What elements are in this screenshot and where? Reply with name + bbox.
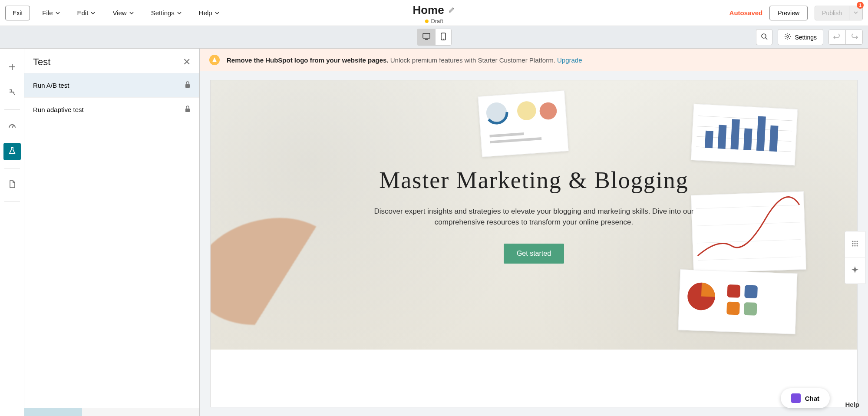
autosaved-indicator: Autosaved bbox=[729, 9, 763, 17]
svg-rect-28 bbox=[727, 284, 741, 298]
publish-button[interactable]: Publish bbox=[815, 6, 849, 20]
publish-group: Publish bbox=[815, 6, 863, 20]
svg-point-33 bbox=[855, 241, 856, 242]
warning-icon bbox=[209, 55, 220, 65]
menu-settings[interactable]: Settings bbox=[151, 9, 182, 17]
svg-point-34 bbox=[857, 241, 858, 242]
mobile-icon bbox=[441, 33, 446, 42]
svg-point-32 bbox=[852, 241, 854, 242]
toolbar-right-tools: Settings bbox=[756, 29, 863, 45]
banner-upgrade-link[interactable]: Upgrade bbox=[557, 56, 582, 64]
svg-rect-22 bbox=[769, 125, 779, 152]
rail-contents[interactable] bbox=[3, 84, 21, 102]
status-dot-icon bbox=[425, 20, 428, 23]
hero-section: Master Marketing & Blogging Discover exp… bbox=[211, 80, 857, 350]
sparkle-icon bbox=[851, 265, 859, 276]
exit-button[interactable]: Exit bbox=[5, 6, 30, 20]
page-preview: Master Marketing & Blogging Discover exp… bbox=[210, 80, 858, 407]
test-option-ab[interactable]: Run A/B test bbox=[24, 73, 199, 97]
menu-file[interactable]: File bbox=[42, 9, 59, 17]
device-toggle-group bbox=[417, 29, 452, 46]
chevron-down-icon bbox=[854, 10, 858, 16]
redo-button[interactable] bbox=[845, 30, 862, 44]
undo-redo-group bbox=[828, 30, 863, 45]
panel-bottom-scrollbar[interactable] bbox=[24, 408, 199, 416]
svg-rect-17 bbox=[705, 131, 713, 149]
test-option-adaptive[interactable]: Run adaptive test bbox=[24, 97, 199, 122]
test-option-label: Run A/B test bbox=[33, 82, 69, 89]
menu-edit[interactable]: Edit bbox=[77, 9, 96, 17]
device-toolbar: Settings bbox=[0, 26, 868, 49]
chat-widget[interactable]: Chat bbox=[781, 388, 830, 408]
gear-icon bbox=[784, 33, 791, 41]
search-button[interactable] bbox=[756, 29, 772, 45]
svg-point-9 bbox=[517, 101, 537, 121]
svg-point-37 bbox=[857, 243, 858, 244]
help-widget[interactable]: Help bbox=[845, 401, 859, 408]
chevron-down-icon bbox=[215, 9, 219, 17]
rail-divider bbox=[4, 109, 20, 110]
menu-edit-label: Edit bbox=[77, 9, 89, 17]
rail-file[interactable] bbox=[3, 176, 21, 194]
menu-help[interactable]: Help bbox=[199, 9, 219, 17]
menu-file-label: File bbox=[42, 9, 53, 17]
banner-bold-text: Remove the HubSpot logo from your websit… bbox=[227, 56, 389, 64]
mobile-device-button[interactable] bbox=[436, 29, 451, 45]
rail-optimize[interactable] bbox=[3, 118, 21, 135]
close-panel-button[interactable]: ✕ bbox=[183, 56, 191, 68]
svg-point-38 bbox=[852, 245, 854, 246]
top-toolbar: Exit File Edit View Settings Help Home bbox=[0, 0, 868, 26]
redo-icon bbox=[850, 34, 858, 41]
svg-point-10 bbox=[539, 102, 557, 120]
settings-button[interactable]: Settings bbox=[778, 29, 823, 45]
undo-button[interactable] bbox=[829, 30, 845, 44]
menu-view-label: View bbox=[112, 9, 126, 17]
hero-background-paper bbox=[691, 104, 798, 165]
svg-rect-12 bbox=[490, 137, 541, 143]
left-rail bbox=[0, 49, 24, 416]
file-icon bbox=[9, 180, 16, 190]
hero-title: Master Marketing & Blogging bbox=[369, 167, 699, 194]
svg-rect-24 bbox=[696, 222, 800, 226]
float-handle-grid[interactable] bbox=[845, 231, 865, 258]
svg-point-40 bbox=[857, 245, 858, 246]
menu-settings-label: Settings bbox=[151, 9, 175, 17]
chevron-down-icon bbox=[177, 9, 182, 17]
scrollbar-thumb[interactable] bbox=[24, 408, 82, 416]
svg-rect-5 bbox=[185, 84, 190, 88]
hero-background-paper bbox=[478, 90, 568, 157]
page-title-block: Home Draft bbox=[413, 3, 455, 24]
svg-point-4 bbox=[787, 36, 789, 37]
pencil-icon[interactable] bbox=[449, 6, 455, 15]
notification-badge[interactable]: 1 bbox=[857, 2, 864, 9]
float-handle-ai[interactable] bbox=[845, 258, 865, 284]
hero-background-paper bbox=[678, 269, 798, 334]
svg-point-2 bbox=[443, 39, 444, 40]
test-panel: Test ✕ Run A/B test Run adaptive test bbox=[24, 49, 200, 416]
svg-rect-0 bbox=[423, 33, 430, 38]
search-icon bbox=[761, 33, 768, 41]
menu-view[interactable]: View bbox=[112, 9, 133, 17]
banner-text: Unlock premium features with Starter Cus… bbox=[390, 56, 555, 64]
chevron-down-icon bbox=[129, 9, 134, 17]
svg-point-39 bbox=[855, 245, 856, 246]
menu-bar: File Edit View Settings Help bbox=[42, 9, 219, 17]
svg-point-35 bbox=[852, 243, 854, 244]
gauge-icon bbox=[8, 122, 16, 131]
svg-rect-20 bbox=[743, 129, 752, 150]
content-area: Remove the HubSpot logo from your websit… bbox=[200, 49, 868, 416]
rail-add[interactable] bbox=[3, 59, 21, 76]
svg-rect-11 bbox=[489, 132, 524, 137]
preview-button[interactable]: Preview bbox=[769, 6, 808, 20]
svg-rect-18 bbox=[718, 125, 727, 149]
chat-icon bbox=[791, 393, 801, 403]
rail-test[interactable] bbox=[3, 143, 21, 160]
hero-cta-button[interactable]: Get started bbox=[504, 244, 564, 264]
test-option-label: Run adaptive test bbox=[33, 106, 84, 113]
svg-rect-13 bbox=[698, 116, 792, 121]
hero-subtitle: Discover expert insights and strategies … bbox=[369, 206, 699, 228]
svg-rect-19 bbox=[730, 119, 739, 149]
svg-rect-29 bbox=[744, 285, 758, 298]
settings-label: Settings bbox=[795, 34, 817, 41]
desktop-device-button[interactable] bbox=[417, 29, 436, 45]
